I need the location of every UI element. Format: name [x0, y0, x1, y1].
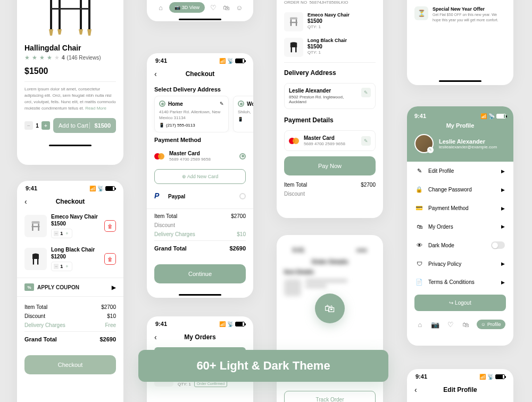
toggle-switch[interactable]	[491, 241, 505, 249]
battery-icon	[105, 186, 115, 191]
back-button[interactable]: ‹	[24, 197, 27, 206]
svg-rect-18	[32, 226, 40, 227]
menu-my-orders[interactable]: 🛍My Orders▶	[407, 217, 513, 236]
mastercard-icon	[289, 137, 300, 145]
edit-icon[interactable]: ✎	[220, 101, 224, 106]
read-more-link[interactable]: Read More	[85, 106, 106, 111]
svg-rect-1	[50, 0, 52, 29]
menu-change-password[interactable]: 🔒Change Password▶	[407, 180, 513, 199]
profile-screen: 9:41 📶📡 My Profile ✎ Leslie Alexander le…	[407, 106, 513, 346]
signal-icon: 📶	[480, 113, 487, 119]
qty-plus-button[interactable]: +	[64, 231, 69, 236]
hourglass-icon: ⏳	[414, 6, 428, 20]
back-button[interactable]: ‹	[154, 70, 157, 78]
product-detail-screen: Hallingdal Chair ★ ★ ★ ★ ★ 4 (146 Review…	[17, 0, 123, 165]
home-icon[interactable]: ⌂	[415, 320, 425, 329]
product-price: $1500	[24, 66, 116, 76]
track-order-button[interactable]: Track Order	[284, 391, 376, 402]
apply-coupon-row[interactable]: %APPLY COUPON ▶	[17, 278, 123, 297]
order-detail-screen: Item Details ORDER NO 56874JHT8569LKIO E…	[277, 0, 383, 218]
section-title: Payment Details	[277, 112, 383, 127]
menu-dark-mode[interactable]: 👁Dark Mode	[407, 236, 513, 255]
chevron-right-icon: ▶	[501, 169, 505, 174]
add-to-cart-button[interactable]: Add to Cart $1500	[53, 118, 116, 133]
logout-button[interactable]: ↪ Logout	[414, 295, 506, 311]
wifi-icon: 📡	[487, 374, 494, 380]
wifi-icon: 📡	[488, 113, 495, 119]
menu-edit-profile[interactable]: ✎Edit Profile▶	[407, 162, 513, 180]
delete-button[interactable]: 🗑	[104, 253, 116, 265]
menu-terms[interactable]: 📄Terms & Conditions▶	[407, 273, 513, 291]
bag-fab-button[interactable]: 🛍	[315, 294, 345, 323]
delete-button[interactable]: 🗑	[104, 220, 116, 232]
checkout-button[interactable]: Checkout	[24, 355, 116, 374]
payment-card: Master Card 5689 4700 2589 9658 ✎	[284, 130, 376, 151]
signal-icon: 📶	[89, 186, 96, 191]
battery-icon	[495, 374, 505, 379]
heart-icon[interactable]: ♡	[209, 3, 218, 12]
wifi-icon: 📡	[97, 186, 104, 191]
heart-icon[interactable]: ♡	[446, 320, 455, 329]
quantity-stepper: − 1 +	[51, 229, 72, 238]
edit-icon[interactable]: ✎	[361, 136, 371, 146]
svg-rect-19	[33, 259, 34, 265]
bag-icon[interactable]: 🛍	[461, 320, 471, 329]
signal-icon: 📶	[219, 58, 226, 64]
battery-icon	[235, 58, 245, 63]
radio-selected-icon[interactable]	[159, 100, 165, 107]
pay-now-button[interactable]: Pay Now	[284, 156, 376, 175]
star-empty-icon: ★	[54, 54, 60, 61]
page-title: My Orders	[154, 333, 246, 341]
add-new-card-button[interactable]: ⊕ Add New Card	[154, 169, 246, 184]
chevron-right-icon: ▶	[501, 187, 505, 192]
qty-minus-button[interactable]: −	[54, 264, 59, 269]
chair-illustration	[38, 0, 102, 37]
qty-minus-button[interactable]: −	[54, 231, 59, 236]
section-title: Payment Method	[147, 132, 253, 146]
back-button[interactable]: ‹	[154, 333, 157, 341]
edit-icon[interactable]: ✎	[361, 88, 371, 97]
back-button[interactable]: ‹	[414, 386, 417, 394]
qty-minus-button[interactable]: −	[24, 121, 33, 130]
address-card-work[interactable]: Work Shiloh, 📱	[233, 96, 253, 132]
radio-icon[interactable]	[238, 100, 244, 107]
cart-item: Emeco Navy Chair $1500 − 1 + 🗑	[17, 210, 123, 242]
battery-icon	[496, 114, 506, 119]
section-title: Select Delivery Address	[147, 82, 253, 96]
svg-marker-7	[49, 29, 53, 36]
checkout-address-screen: 9:41 📶📡 ‹ Checkout Select Delivery Addre…	[147, 53, 253, 298]
cart-screen: 9:41 📶📡 ‹ Checkout Emeco Navy Chair $150…	[17, 181, 123, 402]
svg-rect-21	[290, 17, 297, 19]
radio-icon[interactable]	[239, 193, 246, 199]
3d-view-button[interactable]: 📷 3D View	[169, 2, 205, 13]
camera-icon[interactable]: 📷	[430, 320, 440, 329]
edit-avatar-icon[interactable]: ✎	[427, 147, 434, 153]
menu-privacy[interactable]: 🛡Privacy Policy▶	[407, 255, 513, 273]
continue-button[interactable]: Continue	[154, 264, 246, 283]
profile-tab-active[interactable]: ☺ Profile	[477, 320, 505, 329]
product-image	[17, 0, 123, 37]
payment-paypal[interactable]: P Paypal	[147, 187, 253, 205]
battery-icon	[235, 322, 245, 326]
menu-payment-method[interactable]: 💳Payment Method▶	[407, 199, 513, 217]
home-indicator	[179, 294, 221, 296]
order-item: Long Black Chair $1500 QTY: 1	[277, 35, 383, 60]
phone-icon: 📱	[238, 117, 243, 122]
document-icon: 📄	[415, 279, 423, 286]
notification-item[interactable]: ⏳ Special New Year Offer Get Flat $50 OF…	[407, 2, 513, 27]
wifi-icon: 📡	[227, 321, 234, 327]
quantity-stepper: − 1 +	[24, 121, 50, 130]
payment-mastercard[interactable]: Master Card 5689 4700 2589 9658	[147, 146, 253, 166]
avatar[interactable]: ✎	[414, 134, 434, 153]
order-item: Emeco Navy Chair $1500 QTY: 1	[277, 9, 383, 35]
star-icon: ★	[39, 54, 45, 61]
qty-plus-button[interactable]: +	[41, 121, 50, 130]
radio-selected-icon[interactable]	[239, 153, 246, 160]
qty-plus-button[interactable]: +	[64, 264, 69, 269]
svg-rect-15	[32, 221, 40, 224]
chevron-right-icon: ▶	[501, 280, 505, 285]
profile-icon[interactable]: ☺	[235, 3, 244, 12]
home-icon[interactable]: ⌂	[156, 3, 165, 12]
address-card-home[interactable]: Home ✎ 4140 Parker Rd. Allentown, New Me…	[154, 96, 229, 132]
bag-icon[interactable]: 🛍	[221, 3, 231, 12]
